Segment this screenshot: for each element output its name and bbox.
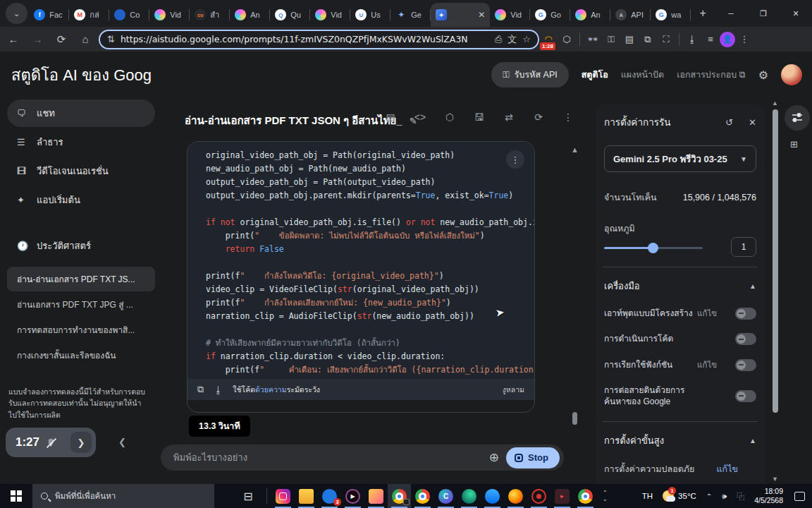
timer-extension-icon[interactable]: ◠ 1:28 (539, 30, 558, 49)
browser-tab[interactable]: An (230, 3, 270, 27)
get-code-icon[interactable]: <> (414, 111, 426, 123)
sidebar-collapse-icon[interactable]: ❮ (118, 437, 126, 447)
taskbar-app-canva[interactable]: C (434, 484, 457, 508)
browser-tab[interactable]: Co (109, 3, 149, 27)
live-session-pill[interactable]: 1:27 🎙 ❯ (6, 428, 96, 457)
browser-tab[interactable]: AAPI (610, 3, 651, 27)
maximize-button[interactable]: ❐ (747, 0, 780, 27)
advanced-collapse-icon[interactable]: ▲ (749, 437, 756, 445)
notification-center-icon[interactable] (794, 492, 805, 501)
tool-toggle[interactable] (735, 359, 756, 371)
back-icon[interactable]: ← (3, 30, 24, 49)
history-item[interactable]: การทดสอบการทำงานของพาสิ... (7, 318, 155, 342)
clock[interactable]: 18:09 4/5/2568 (754, 487, 783, 505)
history-item[interactable]: กางเกงขาสั้นและรีลของฉัน (7, 343, 155, 368)
home-icon[interactable]: ⌂ (75, 30, 96, 49)
more-options-icon[interactable]: ⋮ (562, 111, 574, 123)
extension-capture-icon[interactable]: ⛶ (657, 30, 675, 49)
tool-edit-link[interactable]: แก้ไข (697, 358, 717, 371)
taskbar-app-chrome-profile[interactable] (411, 484, 434, 508)
copy-code-icon[interactable]: ⧉ (197, 384, 204, 395)
taskbar-app-tv-app[interactable]: ▸ (550, 484, 574, 508)
browser-profile-avatar[interactable]: 👤 (720, 32, 735, 47)
taskbar-app-file-explorer[interactable] (295, 484, 318, 508)
prompt-title[interactable]: อ่าน-อ่านเอกสาร PDF TXT JSON ๆ อีสานไทย_ (185, 112, 402, 129)
download-code-icon[interactable]: ⭳ (214, 385, 223, 395)
sidebar-item-chat[interactable]: 🗨แชท (7, 99, 155, 127)
refresh-icon[interactable]: ⟳ (532, 111, 545, 123)
network-icon[interactable]: ⿻ (737, 490, 744, 502)
minimize-button[interactable]: ─ (715, 0, 747, 27)
browser-tab[interactable]: Vid (310, 3, 350, 27)
sidebar-item-stream[interactable]: ☰ลำธาร (7, 128, 155, 156)
prompt-input[interactable]: พิมพ์อะไรบางอย่าง ⊕ Stop (161, 445, 564, 471)
history-item[interactable]: อ่านเอกสาร PDF TXT JPG สู่ ... (7, 292, 155, 317)
omnibox[interactable]: ⇅ https://aistudio.google.com/prompts/11… (99, 30, 539, 49)
sidebar-item-history[interactable]: 🕐ประวัติศาสตร์ (7, 232, 155, 260)
slider-thumb[interactable] (648, 243, 658, 253)
taskbar-overflow-arrows[interactable]: ⌃⌄ (603, 490, 608, 502)
sidebar-item-video[interactable]: 🎞วีดีโอเจนเนอเรชั่น (7, 157, 155, 185)
bookmark-star-icon[interactable]: ☆ (522, 34, 531, 44)
tool-toggle[interactable] (735, 390, 756, 402)
panel-scroll-up-icon[interactable]: ▲ (772, 99, 778, 107)
mic-muted-icon[interactable]: 🎙 (47, 437, 56, 448)
browser-tab[interactable]: An (570, 3, 610, 27)
taskbar-app-messenger[interactable] (481, 484, 504, 508)
panel-scroll-down-icon[interactable]: ▼ (772, 476, 778, 483)
reading-list-icon[interactable]: ≡ (701, 30, 720, 49)
settings-gear-icon[interactable]: ⚙ (758, 68, 768, 82)
task-view-icon[interactable]: ⊟ (234, 490, 262, 503)
tool-toggle[interactable] (735, 333, 756, 345)
get-api-key-button[interactable]: ⚿ รับรหัส API (491, 62, 568, 87)
save-icon[interactable]: 🖫 (473, 111, 486, 123)
share-icon[interactable]: ⬡ (443, 111, 456, 123)
sidebar-item-apps[interactable]: ✦แอปเริ่มต้น (7, 186, 155, 214)
code-block[interactable]: original_video_path_obj = Path(original_… (187, 142, 534, 379)
scroll-to-top-icon[interactable]: ▲ (571, 145, 579, 154)
system-instructions-icon[interactable]: ▤ (384, 111, 397, 123)
tune-settings-icon[interactable] (785, 105, 810, 131)
temperature-value[interactable]: 1 (731, 237, 756, 257)
browser-tab[interactable]: GGo (530, 3, 570, 27)
close-button[interactable]: ✕ (780, 0, 812, 27)
browser-tab[interactable]: coสำ (190, 3, 230, 27)
panel-scrollbar[interactable] (773, 109, 778, 413)
history-item[interactable]: อ่าน-อ่านเอกสาร PDF TXT JS... (7, 267, 155, 291)
tab-search-chevron-icon[interactable]: ⌄ (6, 3, 27, 24)
tab-close-icon[interactable]: ✕ (478, 10, 485, 20)
volume-icon[interactable]: 🕪 (722, 492, 727, 501)
chat-scrollbar[interactable] (572, 412, 577, 425)
close-panel-icon[interactable]: ✕ (749, 117, 756, 128)
taskbar-app-instagram[interactable] (271, 484, 295, 508)
caution-link[interactable]: ด้วยความ (255, 385, 287, 394)
send-to-device-icon[interactable]: ⎙ (495, 34, 502, 45)
browser-menu-icon[interactable]: ⋮ (735, 30, 753, 49)
browser-tab[interactable]: Vid (490, 3, 530, 27)
tool-edit-link[interactable]: แก้ไข (697, 307, 717, 320)
language-indicator[interactable]: TH (642, 492, 653, 500)
browser-tab[interactable]: Vid (149, 3, 190, 27)
taskbar-app-chrome-2[interactable] (574, 484, 597, 508)
url-text[interactable]: https://aistudio.google.com/prompts/11f-… (121, 34, 489, 44)
media-gallery-icon[interactable]: ⊞ (790, 139, 798, 150)
tools-collapse-icon[interactable]: ▲ (749, 282, 756, 290)
taskbar-app-files-app[interactable] (364, 484, 388, 508)
tray-expand-icon[interactable]: ⌃ (706, 492, 712, 500)
nav-studio[interactable]: สตูดิโอ (582, 68, 608, 82)
translate-icon[interactable]: 文 (508, 33, 517, 46)
nav-documentation[interactable]: เอกสารประกอบ ⧉ (677, 68, 746, 82)
code-more-options-icon[interactable]: ⋮ (506, 150, 524, 169)
taskbar-app-blue-messaging-app[interactable]: 3 (318, 484, 341, 508)
browser-tab[interactable]: QQu (270, 3, 310, 27)
browser-tab[interactable]: Gwa (651, 3, 691, 27)
tool-toggle[interactable] (735, 308, 756, 320)
taskbar-app-edge-browser[interactable] (457, 484, 481, 508)
browser-tab[interactable]: fFac (29, 3, 69, 27)
extension-glasses-icon[interactable]: 👓 (584, 30, 602, 49)
extension-key-icon[interactable]: ⚿ (602, 30, 620, 49)
new-tab-button[interactable]: + (694, 4, 712, 23)
add-attachment-icon[interactable]: ⊕ (489, 450, 499, 465)
nav-dashboard[interactable]: แผงหน้าปัด (621, 68, 664, 82)
extension-link-icon[interactable]: ⧉ (639, 30, 657, 49)
